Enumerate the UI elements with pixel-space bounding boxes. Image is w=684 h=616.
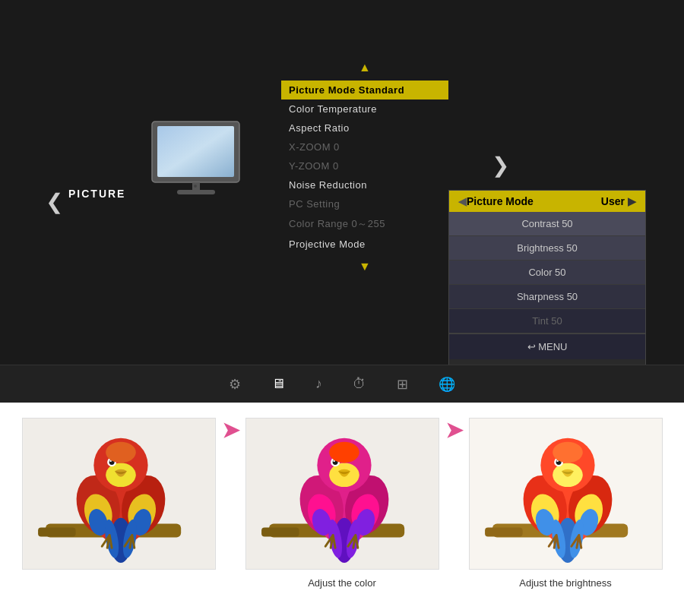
sub-menu: ◀ Picture Mode User ▶ Contrast 50 Bright… [448, 190, 646, 377]
sub-menu-sharpness[interactable]: Sharpness 50 [449, 285, 645, 309]
sub-menu-value: User [601, 195, 625, 207]
monitor-icon [148, 118, 247, 201]
parrot-image-1 [22, 418, 216, 570]
toolbar-settings-icon[interactable]: ⚙ [229, 376, 241, 393]
sub-menu-menu-button[interactable]: ↩ MENU [449, 333, 645, 359]
left-nav-arrow[interactable]: ❮ [46, 189, 63, 214]
menu-up-arrow[interactable]: ▲ [281, 61, 448, 74]
parrot-image-2 [245, 418, 439, 570]
bottom-section: ➤ [0, 403, 684, 604]
svg-rect-1 [157, 126, 234, 177]
sub-menu-header: ◀ Picture Mode User ▶ [449, 191, 645, 212]
sub-menu-tint[interactable]: Tint 50 [449, 309, 645, 333]
menu-item-xzoom[interactable]: X-ZOOM 0 [281, 137, 448, 156]
svg-rect-7 [38, 528, 75, 537]
sub-menu-right-arrow[interactable]: ▶ [628, 195, 636, 207]
parrot-image-1-block [22, 418, 216, 577]
sub-menu-brightness[interactable]: Brightness 50 [449, 236, 645, 261]
menu-down-arrow[interactable]: ▼ [281, 260, 448, 273]
picture-label: PICTURE [68, 188, 125, 200]
toolbar-audio-icon[interactable]: ♪ [315, 376, 322, 392]
arrow-1: ➤ [216, 418, 245, 511]
sub-menu-color[interactable]: Color 50 [449, 261, 645, 285]
menu-item-color-temp[interactable]: Color Temperature [281, 100, 448, 118]
svg-point-61 [553, 442, 583, 463]
svg-point-23 [106, 442, 136, 463]
svg-rect-45 [485, 528, 523, 537]
svg-rect-26 [261, 528, 299, 537]
svg-point-42 [329, 442, 359, 463]
parrot-image-2-block: Adjust the color [245, 418, 439, 589]
menu-item-noise-reduction[interactable]: Noise Reduction [281, 175, 448, 194]
menu-item-aspect-ratio[interactable]: Aspect Ratio [281, 118, 448, 137]
arrow-2: ➤ [439, 418, 469, 511]
right-nav-arrow[interactable]: ❯ [492, 153, 509, 178]
toolbar-timer-icon[interactable]: ⏱ [353, 376, 366, 392]
menu-item-color-range[interactable]: Color Range 0～255 [281, 213, 448, 235]
parrot-image-3-caption: Adjust the brightness [519, 577, 611, 589]
svg-point-4 [194, 185, 197, 188]
menu-item-projective[interactable]: Projective Mode [281, 235, 448, 254]
menu-item-pc-setting[interactable]: PC Setting [281, 194, 448, 213]
sub-menu-left-arrow[interactable]: ◀ [458, 195, 467, 207]
toolbar: ⚙ 🖥 ♪ ⏱ ⊞ 🌐 [0, 365, 684, 403]
svg-rect-3 [177, 190, 215, 194]
toolbar-network-icon[interactable]: 🌐 [439, 376, 455, 393]
menu-item-picture-mode[interactable]: Picture Mode Standard [281, 81, 448, 100]
parrot-image-3-block: Adjust the brightness [469, 418, 663, 589]
sub-menu-contrast[interactable]: Contrast 50 [449, 212, 645, 236]
menu-item-yzoom[interactable]: Y-ZOOM 0 [281, 156, 448, 175]
parrot-image-2-caption: Adjust the color [308, 577, 376, 589]
toolbar-display-icon[interactable]: 🖥 [271, 376, 285, 392]
sub-menu-title: Picture Mode [467, 195, 534, 207]
parrot-image-3 [469, 418, 663, 570]
main-menu: ▲ Picture Mode Standard Color Temperatur… [281, 61, 448, 273]
tv-display: ❮ PICTURE ❯ ▲ Pic [0, 0, 684, 403]
toolbar-apps-icon[interactable]: ⊞ [397, 376, 408, 393]
